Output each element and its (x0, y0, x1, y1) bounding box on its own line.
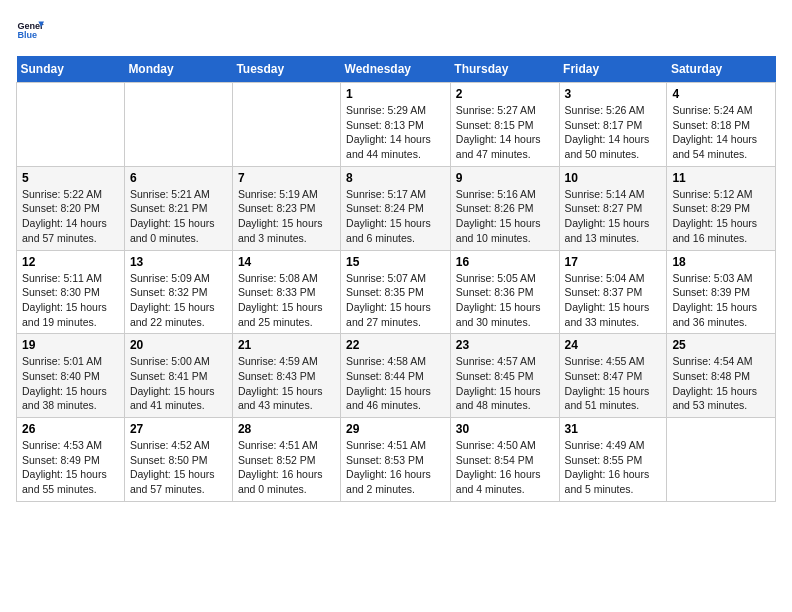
calendar-cell: 18Sunrise: 5:03 AM Sunset: 8:39 PM Dayli… (667, 250, 776, 334)
day-info: Sunrise: 5:19 AM Sunset: 8:23 PM Dayligh… (238, 187, 335, 246)
day-info: Sunrise: 5:26 AM Sunset: 8:17 PM Dayligh… (565, 103, 662, 162)
calendar-cell (232, 83, 340, 167)
calendar-week-row: 26Sunrise: 4:53 AM Sunset: 8:49 PM Dayli… (17, 418, 776, 502)
day-info: Sunrise: 5:27 AM Sunset: 8:15 PM Dayligh… (456, 103, 554, 162)
day-number: 18 (672, 255, 770, 269)
day-number: 23 (456, 338, 554, 352)
calendar-cell: 7Sunrise: 5:19 AM Sunset: 8:23 PM Daylig… (232, 166, 340, 250)
day-number: 9 (456, 171, 554, 185)
day-info: Sunrise: 4:51 AM Sunset: 8:52 PM Dayligh… (238, 438, 335, 497)
calendar-cell: 6Sunrise: 5:21 AM Sunset: 8:21 PM Daylig… (124, 166, 232, 250)
day-info: Sunrise: 5:00 AM Sunset: 8:41 PM Dayligh… (130, 354, 227, 413)
calendar-cell (17, 83, 125, 167)
day-of-week-header: Thursday (450, 56, 559, 83)
day-info: Sunrise: 5:09 AM Sunset: 8:32 PM Dayligh… (130, 271, 227, 330)
day-info: Sunrise: 4:55 AM Sunset: 8:47 PM Dayligh… (565, 354, 662, 413)
page-header: General Blue (16, 16, 776, 44)
day-number: 24 (565, 338, 662, 352)
logo-icon: General Blue (16, 16, 44, 44)
day-info: Sunrise: 5:22 AM Sunset: 8:20 PM Dayligh… (22, 187, 119, 246)
day-number: 4 (672, 87, 770, 101)
calendar-cell: 13Sunrise: 5:09 AM Sunset: 8:32 PM Dayli… (124, 250, 232, 334)
calendar-cell: 31Sunrise: 4:49 AM Sunset: 8:55 PM Dayli… (559, 418, 667, 502)
day-number: 28 (238, 422, 335, 436)
calendar-cell: 8Sunrise: 5:17 AM Sunset: 8:24 PM Daylig… (341, 166, 451, 250)
day-of-week-header: Tuesday (232, 56, 340, 83)
calendar-week-row: 19Sunrise: 5:01 AM Sunset: 8:40 PM Dayli… (17, 334, 776, 418)
day-number: 13 (130, 255, 227, 269)
calendar-cell: 4Sunrise: 5:24 AM Sunset: 8:18 PM Daylig… (667, 83, 776, 167)
day-info: Sunrise: 4:52 AM Sunset: 8:50 PM Dayligh… (130, 438, 227, 497)
day-number: 26 (22, 422, 119, 436)
calendar-cell: 28Sunrise: 4:51 AM Sunset: 8:52 PM Dayli… (232, 418, 340, 502)
calendar-cell: 23Sunrise: 4:57 AM Sunset: 8:45 PM Dayli… (450, 334, 559, 418)
calendar-cell: 20Sunrise: 5:00 AM Sunset: 8:41 PM Dayli… (124, 334, 232, 418)
calendar-cell: 16Sunrise: 5:05 AM Sunset: 8:36 PM Dayli… (450, 250, 559, 334)
day-info: Sunrise: 5:11 AM Sunset: 8:30 PM Dayligh… (22, 271, 119, 330)
day-number: 14 (238, 255, 335, 269)
svg-text:Blue: Blue (17, 30, 37, 40)
calendar-cell (124, 83, 232, 167)
calendar-cell: 21Sunrise: 4:59 AM Sunset: 8:43 PM Dayli… (232, 334, 340, 418)
calendar-cell: 27Sunrise: 4:52 AM Sunset: 8:50 PM Dayli… (124, 418, 232, 502)
day-number: 3 (565, 87, 662, 101)
calendar-cell (667, 418, 776, 502)
logo: General Blue (16, 16, 46, 44)
calendar-header-row: SundayMondayTuesdayWednesdayThursdayFrid… (17, 56, 776, 83)
day-of-week-header: Wednesday (341, 56, 451, 83)
calendar-cell: 19Sunrise: 5:01 AM Sunset: 8:40 PM Dayli… (17, 334, 125, 418)
day-number: 22 (346, 338, 445, 352)
day-info: Sunrise: 5:08 AM Sunset: 8:33 PM Dayligh… (238, 271, 335, 330)
calendar-cell: 14Sunrise: 5:08 AM Sunset: 8:33 PM Dayli… (232, 250, 340, 334)
day-info: Sunrise: 5:21 AM Sunset: 8:21 PM Dayligh… (130, 187, 227, 246)
calendar-cell: 22Sunrise: 4:58 AM Sunset: 8:44 PM Dayli… (341, 334, 451, 418)
day-number: 21 (238, 338, 335, 352)
day-info: Sunrise: 5:07 AM Sunset: 8:35 PM Dayligh… (346, 271, 445, 330)
day-of-week-header: Friday (559, 56, 667, 83)
day-info: Sunrise: 5:12 AM Sunset: 8:29 PM Dayligh… (672, 187, 770, 246)
day-info: Sunrise: 5:29 AM Sunset: 8:13 PM Dayligh… (346, 103, 445, 162)
day-info: Sunrise: 4:54 AM Sunset: 8:48 PM Dayligh… (672, 354, 770, 413)
day-info: Sunrise: 5:17 AM Sunset: 8:24 PM Dayligh… (346, 187, 445, 246)
day-number: 7 (238, 171, 335, 185)
calendar-cell: 25Sunrise: 4:54 AM Sunset: 8:48 PM Dayli… (667, 334, 776, 418)
calendar-cell: 2Sunrise: 5:27 AM Sunset: 8:15 PM Daylig… (450, 83, 559, 167)
day-number: 27 (130, 422, 227, 436)
day-info: Sunrise: 4:49 AM Sunset: 8:55 PM Dayligh… (565, 438, 662, 497)
calendar-cell: 10Sunrise: 5:14 AM Sunset: 8:27 PM Dayli… (559, 166, 667, 250)
day-of-week-header: Monday (124, 56, 232, 83)
day-number: 15 (346, 255, 445, 269)
day-info: Sunrise: 5:03 AM Sunset: 8:39 PM Dayligh… (672, 271, 770, 330)
day-info: Sunrise: 4:50 AM Sunset: 8:54 PM Dayligh… (456, 438, 554, 497)
day-info: Sunrise: 5:14 AM Sunset: 8:27 PM Dayligh… (565, 187, 662, 246)
day-number: 10 (565, 171, 662, 185)
day-number: 2 (456, 87, 554, 101)
day-info: Sunrise: 4:57 AM Sunset: 8:45 PM Dayligh… (456, 354, 554, 413)
calendar-cell: 5Sunrise: 5:22 AM Sunset: 8:20 PM Daylig… (17, 166, 125, 250)
calendar-cell: 1Sunrise: 5:29 AM Sunset: 8:13 PM Daylig… (341, 83, 451, 167)
calendar-cell: 3Sunrise: 5:26 AM Sunset: 8:17 PM Daylig… (559, 83, 667, 167)
day-number: 31 (565, 422, 662, 436)
calendar-week-row: 1Sunrise: 5:29 AM Sunset: 8:13 PM Daylig… (17, 83, 776, 167)
day-number: 12 (22, 255, 119, 269)
day-number: 29 (346, 422, 445, 436)
calendar-cell: 11Sunrise: 5:12 AM Sunset: 8:29 PM Dayli… (667, 166, 776, 250)
day-number: 11 (672, 171, 770, 185)
day-number: 6 (130, 171, 227, 185)
day-info: Sunrise: 4:53 AM Sunset: 8:49 PM Dayligh… (22, 438, 119, 497)
day-of-week-header: Sunday (17, 56, 125, 83)
day-info: Sunrise: 5:04 AM Sunset: 8:37 PM Dayligh… (565, 271, 662, 330)
day-info: Sunrise: 5:01 AM Sunset: 8:40 PM Dayligh… (22, 354, 119, 413)
day-number: 5 (22, 171, 119, 185)
day-info: Sunrise: 5:16 AM Sunset: 8:26 PM Dayligh… (456, 187, 554, 246)
day-info: Sunrise: 4:51 AM Sunset: 8:53 PM Dayligh… (346, 438, 445, 497)
calendar-cell: 24Sunrise: 4:55 AM Sunset: 8:47 PM Dayli… (559, 334, 667, 418)
day-number: 8 (346, 171, 445, 185)
day-number: 30 (456, 422, 554, 436)
day-number: 17 (565, 255, 662, 269)
day-info: Sunrise: 4:58 AM Sunset: 8:44 PM Dayligh… (346, 354, 445, 413)
calendar-cell: 30Sunrise: 4:50 AM Sunset: 8:54 PM Dayli… (450, 418, 559, 502)
day-info: Sunrise: 4:59 AM Sunset: 8:43 PM Dayligh… (238, 354, 335, 413)
day-number: 1 (346, 87, 445, 101)
day-number: 20 (130, 338, 227, 352)
